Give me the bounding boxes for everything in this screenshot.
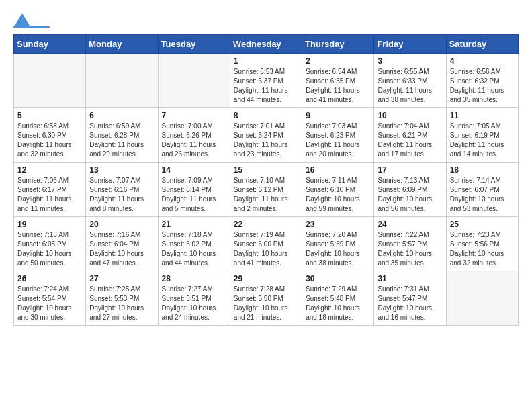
calendar-cell: 27Sunrise: 7:25 AM Sunset: 5:53 PM Dayli… bbox=[86, 271, 158, 326]
calendar-cell: 23Sunrise: 7:20 AM Sunset: 5:59 PM Dayli… bbox=[302, 217, 374, 271]
day-info: Sunrise: 7:11 AM Sunset: 6:10 PM Dayligh… bbox=[306, 176, 370, 214]
header-friday: Friday bbox=[374, 35, 446, 54]
day-info: Sunrise: 7:31 AM Sunset: 5:47 PM Dayligh… bbox=[378, 285, 442, 322]
day-info: Sunrise: 6:59 AM Sunset: 6:28 PM Dayligh… bbox=[89, 122, 154, 159]
calendar-cell: 28Sunrise: 7:27 AM Sunset: 5:51 PM Dayli… bbox=[158, 271, 230, 326]
calendar-cell: 14Sunrise: 7:09 AM Sunset: 6:14 PM Dayli… bbox=[158, 163, 230, 217]
day-info: Sunrise: 7:09 AM Sunset: 6:14 PM Dayligh… bbox=[162, 176, 226, 214]
day-number: 22 bbox=[234, 220, 298, 229]
day-number: 30 bbox=[306, 274, 370, 283]
day-number: 1 bbox=[234, 56, 298, 66]
day-number: 3 bbox=[378, 56, 442, 66]
svg-marker-0 bbox=[15, 13, 30, 26]
day-number: 28 bbox=[162, 274, 226, 283]
day-info: Sunrise: 7:20 AM Sunset: 5:59 PM Dayligh… bbox=[306, 230, 370, 268]
logo bbox=[13, 13, 50, 28]
day-info: Sunrise: 7:27 AM Sunset: 5:51 PM Dayligh… bbox=[162, 285, 226, 322]
calendar-cell: 17Sunrise: 7:13 AM Sunset: 6:09 PM Dayli… bbox=[374, 163, 446, 217]
calendar-cell: 26Sunrise: 7:24 AM Sunset: 5:54 PM Dayli… bbox=[14, 271, 86, 326]
day-info: Sunrise: 6:56 AM Sunset: 6:32 PM Dayligh… bbox=[450, 67, 515, 105]
day-info: Sunrise: 7:25 AM Sunset: 5:53 PM Dayligh… bbox=[89, 285, 154, 322]
day-number: 25 bbox=[450, 220, 515, 229]
calendar-cell: 21Sunrise: 7:18 AM Sunset: 6:02 PM Dayli… bbox=[158, 217, 230, 271]
day-number: 31 bbox=[378, 274, 442, 283]
day-info: Sunrise: 7:13 AM Sunset: 6:09 PM Dayligh… bbox=[378, 176, 442, 214]
header-tuesday: Tuesday bbox=[158, 35, 230, 54]
day-info: Sunrise: 6:58 AM Sunset: 6:30 PM Dayligh… bbox=[17, 122, 82, 159]
calendar-cell bbox=[14, 54, 86, 108]
day-number: 5 bbox=[17, 111, 82, 120]
day-info: Sunrise: 6:53 AM Sunset: 6:37 PM Dayligh… bbox=[234, 67, 298, 105]
day-info: Sunrise: 6:54 AM Sunset: 6:35 PM Dayligh… bbox=[306, 67, 370, 105]
calendar-cell: 13Sunrise: 7:07 AM Sunset: 6:16 PM Dayli… bbox=[86, 163, 158, 217]
calendar-cell: 31Sunrise: 7:31 AM Sunset: 5:47 PM Dayli… bbox=[374, 271, 446, 326]
calendar-cell: 30Sunrise: 7:29 AM Sunset: 5:48 PM Dayli… bbox=[302, 271, 374, 326]
calendar-cell: 2Sunrise: 6:54 AM Sunset: 6:35 PM Daylig… bbox=[302, 54, 374, 108]
day-info: Sunrise: 7:04 AM Sunset: 6:21 PM Dayligh… bbox=[378, 122, 442, 159]
calendar-cell: 4Sunrise: 6:56 AM Sunset: 6:32 PM Daylig… bbox=[446, 54, 518, 108]
calendar-cell: 1Sunrise: 6:53 AM Sunset: 6:37 PM Daylig… bbox=[230, 54, 302, 108]
calendar-cell bbox=[86, 54, 158, 108]
day-number: 19 bbox=[17, 220, 82, 229]
day-info: Sunrise: 7:06 AM Sunset: 6:17 PM Dayligh… bbox=[17, 176, 82, 214]
day-info: Sunrise: 7:15 AM Sunset: 6:05 PM Dayligh… bbox=[17, 230, 82, 268]
logo-triangle-icon bbox=[15, 13, 30, 26]
day-info: Sunrise: 7:07 AM Sunset: 6:16 PM Dayligh… bbox=[89, 176, 154, 214]
day-info: Sunrise: 7:18 AM Sunset: 6:02 PM Dayligh… bbox=[162, 230, 226, 268]
calendar-cell: 12Sunrise: 7:06 AM Sunset: 6:17 PM Dayli… bbox=[14, 163, 86, 217]
day-number: 12 bbox=[17, 165, 82, 175]
day-number: 9 bbox=[306, 111, 370, 120]
calendar-cell: 24Sunrise: 7:22 AM Sunset: 5:57 PM Dayli… bbox=[374, 217, 446, 271]
day-number: 24 bbox=[378, 220, 442, 229]
main-container: Sunday Monday Tuesday Wednesday Thursday… bbox=[0, 0, 532, 332]
day-number: 17 bbox=[378, 165, 442, 175]
day-info: Sunrise: 7:14 AM Sunset: 6:07 PM Dayligh… bbox=[450, 176, 515, 214]
day-number: 4 bbox=[450, 56, 515, 66]
day-number: 13 bbox=[89, 165, 154, 175]
header-wednesday: Wednesday bbox=[230, 35, 302, 54]
day-info: Sunrise: 7:23 AM Sunset: 5:56 PM Dayligh… bbox=[450, 230, 515, 268]
day-info: Sunrise: 7:05 AM Sunset: 6:19 PM Dayligh… bbox=[450, 122, 515, 159]
calendar-cell: 18Sunrise: 7:14 AM Sunset: 6:07 PM Dayli… bbox=[446, 163, 518, 217]
weekday-header-row: Sunday Monday Tuesday Wednesday Thursday… bbox=[14, 35, 519, 54]
day-number: 6 bbox=[89, 111, 154, 120]
calendar-cell: 16Sunrise: 7:11 AM Sunset: 6:10 PM Dayli… bbox=[302, 163, 374, 217]
day-number: 21 bbox=[162, 220, 226, 229]
calendar-week-3: 12Sunrise: 7:06 AM Sunset: 6:17 PM Dayli… bbox=[14, 163, 519, 217]
calendar-cell: 9Sunrise: 7:03 AM Sunset: 6:23 PM Daylig… bbox=[302, 108, 374, 163]
day-info: Sunrise: 7:01 AM Sunset: 6:24 PM Dayligh… bbox=[234, 122, 298, 159]
calendar-cell: 6Sunrise: 6:59 AM Sunset: 6:28 PM Daylig… bbox=[86, 108, 158, 163]
calendar-cell bbox=[158, 54, 230, 108]
header-saturday: Saturday bbox=[446, 35, 518, 54]
day-number: 20 bbox=[89, 220, 154, 229]
calendar-cell: 10Sunrise: 7:04 AM Sunset: 6:21 PM Dayli… bbox=[374, 108, 446, 163]
day-info: Sunrise: 7:19 AM Sunset: 6:00 PM Dayligh… bbox=[234, 230, 298, 268]
calendar-cell: 20Sunrise: 7:16 AM Sunset: 6:04 PM Dayli… bbox=[86, 217, 158, 271]
day-number: 7 bbox=[162, 111, 226, 120]
header bbox=[13, 13, 519, 28]
calendar-cell: 19Sunrise: 7:15 AM Sunset: 6:05 PM Dayli… bbox=[14, 217, 86, 271]
day-number: 29 bbox=[234, 274, 298, 283]
day-number: 11 bbox=[450, 111, 515, 120]
day-info: Sunrise: 7:10 AM Sunset: 6:12 PM Dayligh… bbox=[234, 176, 298, 214]
day-number: 14 bbox=[162, 165, 226, 175]
day-number: 2 bbox=[306, 56, 370, 66]
calendar-cell: 29Sunrise: 7:28 AM Sunset: 5:50 PM Dayli… bbox=[230, 271, 302, 326]
calendar-cell: 5Sunrise: 6:58 AM Sunset: 6:30 PM Daylig… bbox=[14, 108, 86, 163]
calendar-cell: 15Sunrise: 7:10 AM Sunset: 6:12 PM Dayli… bbox=[230, 163, 302, 217]
day-info: Sunrise: 7:28 AM Sunset: 5:50 PM Dayligh… bbox=[234, 285, 298, 322]
calendar-cell bbox=[446, 271, 518, 326]
day-number: 16 bbox=[306, 165, 370, 175]
day-info: Sunrise: 6:55 AM Sunset: 6:33 PM Dayligh… bbox=[378, 67, 442, 105]
day-number: 15 bbox=[234, 165, 298, 175]
calendar-cell: 3Sunrise: 6:55 AM Sunset: 6:33 PM Daylig… bbox=[374, 54, 446, 108]
day-info: Sunrise: 7:03 AM Sunset: 6:23 PM Dayligh… bbox=[306, 122, 370, 159]
calendar-cell: 11Sunrise: 7:05 AM Sunset: 6:19 PM Dayli… bbox=[446, 108, 518, 163]
header-thursday: Thursday bbox=[302, 35, 374, 54]
day-number: 8 bbox=[234, 111, 298, 120]
day-number: 10 bbox=[378, 111, 442, 120]
day-info: Sunrise: 7:16 AM Sunset: 6:04 PM Dayligh… bbox=[89, 230, 154, 268]
calendar-cell: 8Sunrise: 7:01 AM Sunset: 6:24 PM Daylig… bbox=[230, 108, 302, 163]
day-number: 26 bbox=[17, 274, 82, 283]
header-sunday: Sunday bbox=[14, 35, 86, 54]
